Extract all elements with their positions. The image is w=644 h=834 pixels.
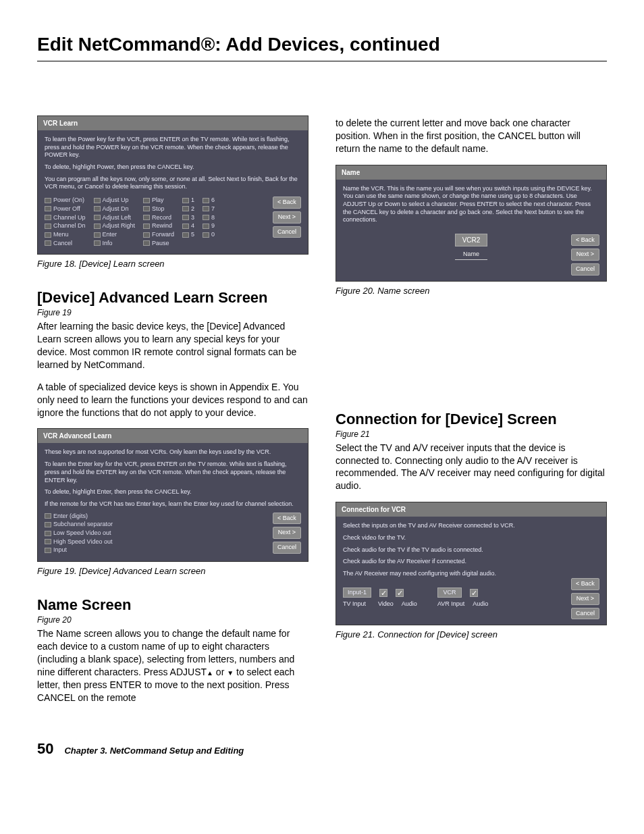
fig18-key[interactable]: 9: [203, 222, 215, 230]
fig19-next-button[interactable]: Next >: [273, 527, 301, 539]
fig18-key[interactable]: Channel Dn: [45, 222, 86, 230]
fig19-caption: Figure 19. [Device] Advanced Learn scree…: [37, 566, 308, 576]
section-advanced-p2: A table of specialized device keys is sh…: [37, 381, 308, 419]
fig20-screenshot: Name Name the VCR. This is the name you …: [336, 165, 607, 282]
fig21-tv-input-value[interactable]: Input-1: [343, 588, 371, 598]
fig18-key[interactable]: Adjust Dn: [94, 205, 136, 213]
fig18-instr3: You can program all the keys now, only s…: [45, 176, 301, 191]
fig18-key[interactable]: Stop: [143, 205, 174, 213]
fig18-key[interactable]: Adjust Right: [94, 222, 136, 230]
fig19-instr1: These keys are not supported for most VC…: [45, 448, 301, 457]
fig18-key[interactable]: Info: [94, 240, 136, 248]
fig21-tv-video-check[interactable]: [379, 589, 387, 597]
fig20-header: Name: [336, 165, 606, 180]
fig19-keys: Enter (digits) Subchannel separator Low …: [45, 513, 113, 554]
fig18-key[interactable]: Cancel: [45, 240, 86, 248]
page-number: 50: [37, 740, 53, 758]
section-advanced-p1: After learning the basic device keys, th…: [37, 320, 308, 371]
fig18-key[interactable]: Forward: [143, 231, 174, 239]
fig18-key[interactable]: 8: [203, 214, 215, 222]
section-name-p1b: or: [213, 667, 227, 677]
fig18-key[interactable]: Power (On): [45, 197, 86, 205]
fig18-key[interactable]: Record: [143, 214, 174, 222]
fig21-avr-audio-check[interactable]: [470, 589, 478, 597]
fig20-next-button[interactable]: Next >: [571, 249, 599, 261]
chapter-label: Chapter 3. NetCommand Setup and Editing: [64, 746, 244, 756]
fig18-keys-col4: 1 2 3 4 5: [182, 197, 194, 247]
fig19-cancel-button[interactable]: Cancel: [273, 542, 301, 554]
fig18-key[interactable]: Play: [143, 197, 174, 205]
fig18-next-button[interactable]: Next >: [273, 211, 301, 224]
fig21-next-button[interactable]: Next >: [571, 593, 599, 605]
fig18-key[interactable]: 6: [203, 197, 215, 205]
fig19-key[interactable]: Subchannel separator: [45, 521, 113, 529]
fig18-key[interactable]: 5: [182, 231, 194, 239]
section-conn-p1: Select the TV and A/V receiver inputs th…: [336, 442, 607, 493]
fig21-tv-audio-check[interactable]: [396, 589, 404, 597]
fig18-key[interactable]: Pause: [143, 240, 174, 248]
fig20-instr: Name the VCR. This is the name you will …: [343, 185, 599, 224]
fig18-key[interactable]: 4: [182, 222, 194, 230]
fig18-key[interactable]: 2: [182, 205, 194, 213]
fig18-key[interactable]: Power Off: [45, 205, 86, 213]
section-name-title: Name Screen: [37, 596, 308, 614]
fig18-key[interactable]: 7: [203, 205, 215, 213]
fig20-name-label: Name: [455, 251, 487, 260]
fig18-keys-col5: 6 7 8 9 0: [203, 197, 215, 247]
adjust-up-icon: [207, 667, 213, 677]
fig20-cancel-button[interactable]: Cancel: [571, 263, 599, 276]
fig18-back-button[interactable]: < Back: [273, 197, 301, 209]
fig21-avr-audio-label: Audio: [473, 600, 488, 608]
fig19-back-button[interactable]: < Back: [273, 513, 301, 525]
fig21-caption: Figure 21. Connection for [Device] scree…: [336, 629, 607, 640]
fig18-key[interactable]: Adjust Left: [94, 214, 136, 222]
fig18-screenshot: VCR Learn To learn the Power key for the…: [37, 115, 308, 255]
fig18-header: VCR Learn: [38, 116, 308, 130]
fig18-key[interactable]: 1: [182, 197, 194, 205]
fig20-name-value[interactable]: VCR2: [455, 234, 488, 246]
right-top-p: to delete the current letter and move ba…: [336, 117, 607, 155]
fig20-back-button[interactable]: < Back: [571, 234, 599, 246]
fig21-avr-input-label: AVR Input: [437, 600, 464, 608]
fig21-cancel-button[interactable]: Cancel: [571, 608, 599, 620]
fig18-key[interactable]: 0: [203, 231, 215, 239]
left-column: VCR Learn To learn the Power key for the…: [37, 115, 308, 713]
fig21-screenshot: Connection for VCR Select the inputs on …: [336, 502, 607, 625]
section-advanced-figref: Figure 19: [37, 308, 308, 317]
fig19-header: VCR Advanced Learn: [38, 429, 308, 443]
fig21-header: Connection for VCR: [336, 502, 606, 517]
fig18-instr2: To delete, highlight Power, then press t…: [45, 163, 301, 172]
fig18-key[interactable]: Channel Up: [45, 214, 86, 222]
fig19-key[interactable]: Input: [45, 546, 113, 554]
fig19-key[interactable]: High Speed Video out: [45, 538, 113, 546]
fig18-keys-col2: Adjust Up Adjust Dn Adjust Left Adjust R…: [94, 197, 136, 247]
fig18-keys-col3: Play Stop Record Rewind Forward Pause: [143, 197, 174, 247]
fig21-back-button[interactable]: < Back: [571, 578, 599, 590]
adjust-down-icon: [227, 667, 234, 677]
page-footer: 50 Chapter 3. NetCommand Setup and Editi…: [37, 740, 607, 758]
fig19-key[interactable]: Low Speed Video out: [45, 529, 113, 538]
fig18-key[interactable]: Adjust Up: [94, 197, 136, 205]
right-column: to delete the current letter and move ba…: [336, 115, 607, 713]
fig20-caption: Figure 20. Name screen: [336, 286, 607, 296]
fig19-instr3: To delete, highlight Enter, then press t…: [45, 488, 301, 496]
section-conn-figref: Figure 21: [336, 429, 607, 439]
fig18-key[interactable]: Enter: [94, 231, 136, 239]
page-title: Edit NetCommand®: Add Devices, continued: [37, 34, 607, 61]
fig18-key[interactable]: Menu: [45, 231, 86, 239]
fig21-instr5: The AV Receiver may need configuring wit…: [343, 570, 599, 578]
fig19-key[interactable]: Enter (digits): [45, 513, 113, 521]
fig18-caption: Figure 18. [Device] Learn screen: [37, 259, 308, 269]
fig18-cancel-button[interactable]: Cancel: [273, 226, 301, 238]
fig19-instr2: To learn the Enter key for the VCR, pres…: [45, 461, 301, 484]
fig21-instr2: Check video for the TV.: [343, 534, 599, 542]
fig18-key[interactable]: 3: [182, 214, 194, 222]
section-name-p1: The Name screen allows you to change the…: [37, 627, 308, 704]
fig18-key[interactable]: Rewind: [143, 222, 174, 230]
section-name-figref: Figure 20: [37, 615, 308, 625]
fig19-screenshot: VCR Advanced Learn These keys are not su…: [37, 428, 308, 562]
fig21-video-label: Video: [378, 600, 394, 608]
fig19-instr4: If the remote for the VCR has two Enter …: [45, 500, 301, 509]
fig21-instr1: Select the inputs on the TV and AV Recei…: [343, 522, 599, 530]
fig21-avr-input-value[interactable]: VCR: [437, 588, 462, 598]
